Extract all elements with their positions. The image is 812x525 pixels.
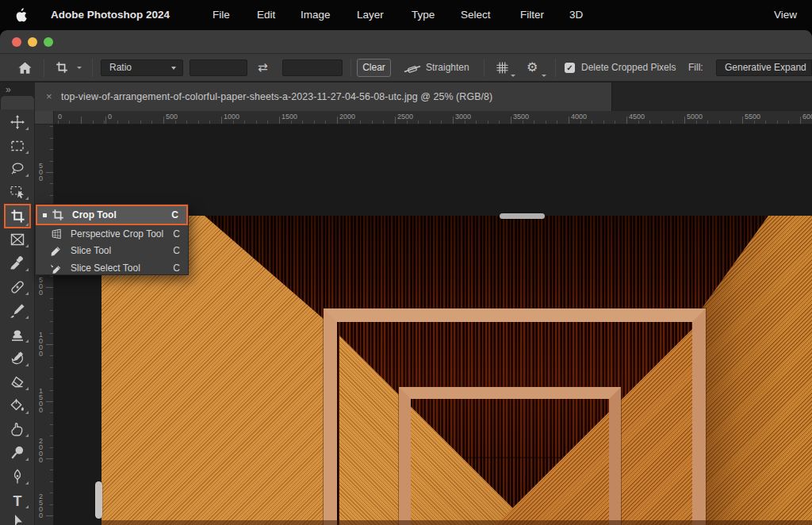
type-tool[interactable]: T bbox=[10, 492, 25, 508]
move-tool[interactable] bbox=[10, 114, 25, 130]
apple-logo-icon[interactable] bbox=[16, 8, 27, 22]
healing-brush-tool[interactable] bbox=[10, 279, 25, 295]
menubar-item-edit[interactable]: Edit bbox=[257, 0, 275, 30]
ratio-select[interactable]: Ratio bbox=[101, 59, 183, 76]
delete-cropped-pixels-checkbox[interactable]: ✓ bbox=[565, 63, 575, 73]
clone-stamp-tool[interactable] bbox=[10, 327, 25, 343]
brush-tool[interactable] bbox=[10, 303, 25, 319]
flyout-item-label: Crop Tool bbox=[72, 206, 117, 224]
photoshop-window: Adobe Photoshop 2024FileEditImageLayerTy… bbox=[0, 0, 812, 525]
crop-tool-preset-icon[interactable] bbox=[56, 61, 68, 77]
ruler-v-label: 1000 bbox=[38, 331, 44, 357]
menubar-item-filter[interactable]: Filter bbox=[520, 0, 544, 30]
tools-panel: T bbox=[0, 109, 35, 525]
canvas-area[interactable] bbox=[54, 125, 812, 525]
history-brush-tool[interactable] bbox=[10, 351, 25, 366]
crop-tool-icon bbox=[52, 209, 64, 221]
crop-settings-gear-icon[interactable]: ⚙ bbox=[527, 59, 538, 75]
overlay-grid-icon[interactable] bbox=[496, 61, 509, 78]
ruler-h-label: 500 bbox=[166, 113, 178, 121]
menubar-item-image[interactable]: Image bbox=[301, 0, 331, 30]
menubar-item-view[interactable]: View bbox=[774, 0, 797, 30]
flyout-item-perspective-crop-tool[interactable]: Perspective Crop ToolC bbox=[36, 225, 188, 242]
ruler-h-label: 3500 bbox=[513, 113, 529, 121]
fullscreen-button[interactable] bbox=[44, 37, 53, 47]
delete-cropped-pixels-label: Delete Cropped Pixels bbox=[581, 54, 676, 82]
swap-dimensions-icon[interactable]: ⇄ bbox=[258, 60, 268, 75]
crop-width-input[interactable] bbox=[190, 59, 247, 76]
dodge-tool[interactable] bbox=[10, 445, 25, 461]
flyout-item-label: Slice Tool bbox=[71, 242, 111, 259]
ruler-h-label: 0 bbox=[108, 113, 112, 121]
ruler-h-label: 5500 bbox=[745, 113, 760, 121]
slice-tool-icon bbox=[50, 244, 63, 257]
ruler-h-label: 5000 bbox=[687, 113, 703, 121]
paint-bucket-tool[interactable] bbox=[10, 398, 25, 414]
lasso-tool[interactable] bbox=[10, 161, 25, 177]
slice-select-tool-icon bbox=[50, 262, 63, 274]
separator bbox=[555, 59, 556, 77]
menubar-item-3d[interactable]: 3D bbox=[569, 0, 583, 30]
crop-handle-top[interactable] bbox=[500, 213, 545, 219]
menubar-item-select[interactable]: Select bbox=[461, 0, 491, 30]
chevron-down-icon[interactable] bbox=[77, 67, 82, 69]
fill-select-value: Generative Expand bbox=[725, 60, 806, 75]
eyedropper-tool[interactable] bbox=[10, 255, 25, 271]
flyout-item-crop-tool[interactable]: Crop ToolC bbox=[36, 205, 188, 225]
ruler-v-label: 2500 bbox=[38, 493, 44, 519]
menubar-item-layer[interactable]: Layer bbox=[357, 0, 384, 30]
photo-inner-peach-frame bbox=[399, 387, 621, 525]
ruler-v-label: 500 bbox=[38, 163, 44, 182]
separator bbox=[484, 59, 485, 77]
pen-tool[interactable] bbox=[10, 469, 25, 485]
eraser-tool[interactable] bbox=[10, 374, 25, 390]
menubar-item-file[interactable]: File bbox=[213, 0, 230, 30]
fill-select[interactable]: Generative Expand bbox=[716, 59, 812, 76]
smudge-tool[interactable] bbox=[10, 421, 25, 437]
ruler-h-label: 3000 bbox=[455, 113, 471, 121]
clear-button[interactable]: Clear bbox=[357, 59, 391, 77]
crop-handle-left[interactable] bbox=[95, 481, 102, 519]
menubar-item-type[interactable]: Type bbox=[412, 0, 435, 30]
home-icon[interactable] bbox=[17, 60, 33, 79]
document-image bbox=[102, 216, 812, 525]
ruler-h-label: 0 bbox=[58, 113, 62, 121]
collapse-toolbar-icon[interactable]: » bbox=[6, 84, 10, 95]
object-selection-tool[interactable] bbox=[10, 184, 25, 200]
photo-bottom-edge bbox=[102, 520, 812, 525]
ruler-v-label: 1500 bbox=[38, 388, 44, 413]
flyout-item-slice-select-tool[interactable]: Slice Select ToolC bbox=[36, 259, 188, 276]
document-tab-title: top-view-of-arrangement-of-colorful-pape… bbox=[61, 82, 492, 112]
flyout-item-slice-tool[interactable]: Slice ToolC bbox=[36, 242, 188, 259]
straighten-icon[interactable] bbox=[404, 63, 421, 77]
perspective-crop-tool-icon bbox=[50, 228, 63, 240]
svg-text:T: T bbox=[13, 493, 22, 509]
close-button[interactable] bbox=[12, 37, 21, 47]
ruler-h-label: 2500 bbox=[397, 113, 413, 121]
crop-tool[interactable] bbox=[4, 204, 31, 228]
ruler-origin-corner bbox=[35, 111, 54, 125]
frame-tool[interactable] bbox=[10, 232, 25, 247]
document-tab[interactable]: × top-view-of-arrangement-of-colorful-pa… bbox=[35, 82, 612, 112]
menubar-item-adobe-photoshop-2024[interactable]: Adobe Photoshop 2024 bbox=[51, 0, 170, 30]
vertical-ruler: 50005001000150020002500 bbox=[35, 125, 54, 525]
window-titlebar: Adobe Photoshop 2024 bbox=[0, 30, 812, 54]
ruler-h-label: 1000 bbox=[224, 113, 239, 121]
chevron-down-icon bbox=[171, 67, 176, 70]
ruler-h-label: 6000 bbox=[802, 113, 812, 121]
macos-menu-bar: Adobe Photoshop 2024FileEditImageLayerTy… bbox=[0, 0, 812, 30]
flyout-item-shortcut: C bbox=[171, 206, 178, 224]
separator bbox=[92, 59, 93, 77]
minimize-button[interactable] bbox=[28, 37, 37, 47]
path-selection-tool[interactable] bbox=[10, 514, 25, 525]
ruler-h-label: 4000 bbox=[571, 113, 587, 121]
chevron-down-icon bbox=[542, 75, 546, 77]
active-tool-bullet bbox=[43, 213, 47, 217]
straighten-button[interactable]: Straighten bbox=[426, 54, 469, 82]
document-tab-bar: » × top-view-of-arrangement-of-colorful-… bbox=[0, 82, 812, 111]
rectangular-marquee-tool[interactable] bbox=[10, 138, 25, 154]
flyout-item-shortcut: C bbox=[173, 242, 180, 259]
chevron-down-icon bbox=[511, 75, 515, 77]
tab-close-icon[interactable]: × bbox=[46, 82, 52, 112]
crop-height-input[interactable] bbox=[282, 59, 343, 76]
